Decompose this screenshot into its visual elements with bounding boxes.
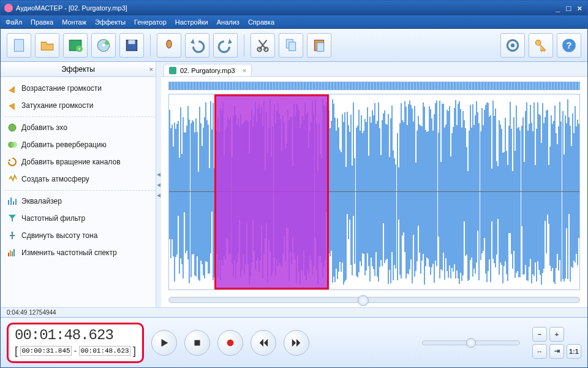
- menu-montage[interactable]: Монтаж: [62, 18, 86, 26]
- bracket-open: [: [15, 345, 18, 358]
- effect-filter[interactable]: Частотный фильтр: [4, 210, 156, 227]
- scroll-thumb[interactable]: [358, 295, 369, 306]
- effect-label: Эквалайзер: [21, 197, 62, 205]
- echo-icon: [7, 122, 18, 133]
- menu-file[interactable]: Файл: [6, 18, 22, 26]
- effect-spectrum[interactable]: Изменить частотный спектр: [4, 244, 156, 261]
- effect-label: Добавить реверберацию: [21, 140, 107, 149]
- time-display: 00:01:48.623 [ - ]: [7, 323, 144, 363]
- waveform[interactable]: [168, 94, 580, 290]
- selection-end-input[interactable]: [79, 346, 130, 356]
- effect-pitch[interactable]: Сдвинуть высоту тона: [4, 227, 156, 244]
- menu-help[interactable]: Справка: [248, 18, 274, 26]
- cut-button[interactable]: [251, 33, 275, 58]
- stop-button[interactable]: [184, 330, 210, 356]
- file-tab[interactable]: 02. Purgatory.mp3 ×: [164, 64, 252, 76]
- effect-reverb[interactable]: Добавить реверберацию: [4, 136, 156, 153]
- effect-vol-up[interactable]: Возрастание громкости: [4, 80, 156, 97]
- key-button[interactable]: [529, 33, 553, 58]
- reverb-icon: [7, 139, 18, 150]
- svg-rect-29: [10, 250, 11, 256]
- close-button[interactable]: ×: [575, 4, 584, 13]
- pitch-icon: [7, 230, 18, 241]
- rotate-icon: [7, 156, 18, 167]
- undo-button[interactable]: [185, 33, 209, 58]
- open-file-button[interactable]: [35, 33, 59, 58]
- menu-generator[interactable]: Генератор: [134, 18, 167, 26]
- svg-rect-0: [14, 39, 23, 52]
- new-file-button[interactable]: [7, 33, 31, 58]
- tab-close-icon[interactable]: ×: [243, 67, 246, 74]
- copy-button[interactable]: [279, 33, 303, 58]
- svg-text:?: ?: [566, 40, 571, 50]
- svg-rect-25: [10, 197, 12, 205]
- effect-eq[interactable]: Эквалайзер: [4, 190, 156, 210]
- svg-rect-8: [129, 40, 135, 44]
- play-button[interactable]: [151, 330, 177, 356]
- effect-echo[interactable]: Добавить эхо: [4, 117, 156, 136]
- menu-analysis[interactable]: Анализ: [217, 18, 239, 26]
- horizontal-scrollbar[interactable]: [168, 294, 580, 306]
- svg-rect-30: [12, 251, 13, 256]
- zoom-out-button[interactable]: −: [532, 327, 547, 342]
- paste-button[interactable]: [307, 33, 331, 58]
- record-button[interactable]: [217, 330, 243, 356]
- maximize-button[interactable]: □: [565, 4, 573, 13]
- mic-button[interactable]: [157, 33, 181, 58]
- effect-rotate[interactable]: Добавить вращение каналов: [4, 153, 156, 171]
- eq-icon: [7, 196, 18, 207]
- sidebar-title: Эффекты ×: [1, 62, 156, 77]
- add-video-button[interactable]: +: [63, 33, 88, 58]
- selection-region[interactable]: [214, 94, 330, 289]
- zoom-ratio-button[interactable]: 1:1: [567, 344, 581, 359]
- filter-icon: [7, 213, 18, 224]
- sidebar-title-label: Эффекты: [61, 65, 95, 74]
- svg-rect-24: [8, 200, 9, 205]
- next-button[interactable]: [284, 330, 309, 356]
- settings-button[interactable]: [500, 33, 525, 58]
- menu-effects[interactable]: Эффекты: [95, 18, 126, 26]
- menu-settings[interactable]: Настройки: [175, 18, 208, 26]
- waveform-overview[interactable]: [168, 82, 580, 90]
- status-text: 0:04:49 12754944: [7, 309, 56, 316]
- effect-atmos[interactable]: Создать атмосферу: [4, 171, 156, 188]
- effect-label: Частотный фильтр: [21, 214, 85, 223]
- selection-start-input[interactable]: [20, 346, 72, 356]
- minimize-button[interactable]: _: [554, 4, 562, 13]
- current-time: 00:01:48.623: [15, 327, 136, 343]
- cd-button[interactable]: [91, 33, 116, 58]
- splitter[interactable]: ◀◀◀: [156, 62, 161, 307]
- prev-button[interactable]: [251, 330, 276, 356]
- volume-thumb[interactable]: [466, 338, 476, 348]
- fit-selection-button[interactable]: ⇥: [549, 344, 564, 359]
- sidebar-close-icon[interactable]: ×: [149, 66, 153, 73]
- effect-label: Затухание громкости: [21, 101, 93, 110]
- fit-width-button[interactable]: ↔: [532, 344, 547, 359]
- transport-bar: 00:01:48.623 [ - ] − + ↔ ⇥ 1:1: [1, 317, 587, 367]
- menu-bar: Файл Правка Монтаж Эффекты Генератор Нас…: [1, 15, 587, 29]
- zoom-in-button[interactable]: +: [549, 327, 564, 342]
- redo-button[interactable]: [213, 33, 238, 58]
- svg-rect-15: [317, 42, 324, 51]
- volume-slider[interactable]: [422, 340, 520, 345]
- menu-edit[interactable]: Правка: [31, 18, 53, 26]
- vol-down-icon: [7, 100, 18, 111]
- app-icon: [4, 4, 13, 12]
- svg-point-6: [105, 40, 109, 45]
- svg-rect-31: [13, 249, 15, 256]
- title-bar: АудиоМАСТЕР - [02. Purgatory.mp3] _ □ ×: [1, 1, 587, 15]
- svg-point-5: [102, 44, 105, 46]
- svg-point-17: [511, 43, 515, 47]
- atmos-icon: [7, 174, 18, 185]
- save-button[interactable]: [119, 33, 144, 58]
- vol-up-icon: [7, 83, 18, 94]
- effect-vol-down[interactable]: Затухание громкости: [4, 97, 156, 114]
- svg-rect-13: [289, 42, 296, 50]
- effect-label: Изменить частотный спектр: [21, 248, 117, 257]
- svg-rect-27: [15, 199, 17, 205]
- svg-rect-28: [8, 253, 9, 256]
- help-button[interactable]: ?: [557, 33, 581, 58]
- svg-point-33: [227, 339, 234, 346]
- effect-label: Сдвинуть высоту тона: [21, 231, 97, 240]
- effects-sidebar: Эффекты × Возрастание громкостиЗатухание…: [1, 62, 156, 307]
